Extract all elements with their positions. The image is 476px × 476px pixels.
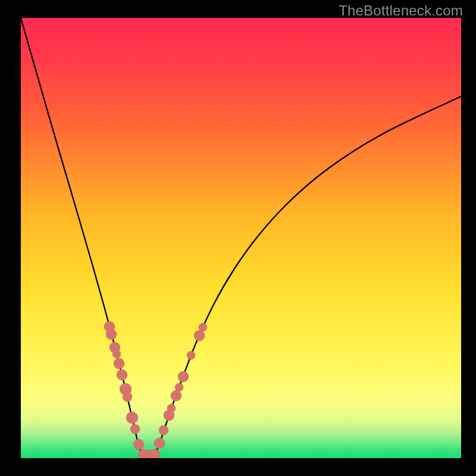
data-markers — [104, 321, 207, 458]
watermark-text: TheBottleneck.com — [339, 2, 463, 19]
data-marker — [199, 323, 207, 331]
data-marker — [167, 404, 176, 412]
data-marker — [154, 438, 165, 449]
data-marker — [149, 449, 160, 458]
data-marker — [178, 371, 189, 382]
data-marker — [133, 439, 144, 450]
data-marker — [194, 330, 205, 341]
data-marker — [114, 358, 124, 369]
data-marker — [159, 425, 168, 435]
data-marker — [171, 390, 181, 401]
data-marker — [117, 369, 127, 380]
plot-area — [21, 18, 461, 458]
chart-frame: TheBottleneck.com — [0, 0, 476, 476]
data-marker — [106, 329, 117, 340]
data-marker — [130, 424, 140, 434]
curve-layer — [21, 18, 461, 458]
data-marker — [123, 392, 132, 402]
curve-right-branch — [154, 96, 461, 458]
data-marker — [175, 383, 183, 392]
data-marker — [187, 351, 195, 359]
data-marker — [112, 350, 121, 358]
data-marker — [126, 412, 138, 424]
